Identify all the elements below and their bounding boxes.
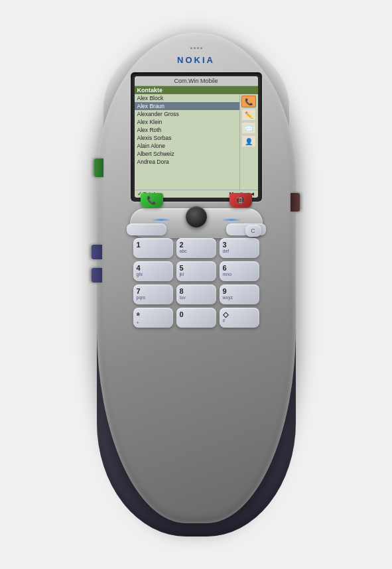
side-button-right[interactable] xyxy=(291,193,300,212)
key-2[interactable]: 2 abc xyxy=(176,238,216,258)
contact-item-selected[interactable]: Alex Braun xyxy=(135,102,239,110)
key-8[interactable]: 8 tuv xyxy=(176,284,216,304)
keypad: 1 2 abc 3 def 4 ghi 5 jkl 6 mno 7 pqrs 8 xyxy=(127,238,266,328)
email-icon-btn[interactable]: ✉️ xyxy=(241,122,256,134)
side-button-left-2[interactable] xyxy=(92,268,102,283)
key-1[interactable]: 1 xyxy=(133,238,173,258)
contact-item[interactable]: Albert Schweiz xyxy=(135,150,239,158)
nav-left-arrow xyxy=(151,219,171,221)
center-joystick[interactable] xyxy=(186,206,207,227)
key-0[interactable]: 0 xyxy=(176,308,216,328)
side-button-volume-up[interactable] xyxy=(94,158,103,177)
call-button-red[interactable]: 📵 xyxy=(229,193,252,208)
contact-item[interactable]: Alexander Gross xyxy=(135,110,239,118)
phone-screen: Com.Win Mobile Kontakte Alex Block Alex … xyxy=(135,76,258,198)
key-3[interactable]: 3 def xyxy=(220,238,259,258)
contact-item[interactable]: Alex Block xyxy=(135,94,239,102)
contact-item[interactable]: Alexis Sorbas xyxy=(135,134,239,142)
nav-right-arrow xyxy=(222,219,241,221)
end-call-icon: 📵 xyxy=(229,193,252,208)
contact-item[interactable]: Alain Alone xyxy=(135,142,239,150)
key-hash[interactable]: ◇ # xyxy=(220,308,259,328)
brand-logo: NOKIA xyxy=(177,55,215,65)
icons-panel: 📞 ✏️ ✉️ 👤 xyxy=(239,94,258,190)
call-button-green[interactable]: 📞 xyxy=(141,193,163,208)
screen-title: Com.Win Mobile xyxy=(135,76,258,86)
key-4[interactable]: 4 ghi xyxy=(133,261,173,281)
key-9[interactable]: 9 wxyz xyxy=(220,284,259,304)
screen-content: Com.Win Mobile Kontakte Alex Block Alex … xyxy=(135,76,258,198)
contact-item[interactable]: Alex Roth xyxy=(135,126,239,134)
contact-icon-btn[interactable]: 👤 xyxy=(241,135,256,147)
screen-header: Kontakte xyxy=(135,86,258,94)
call-icon-btn[interactable]: 📞 xyxy=(241,95,256,107)
key-6[interactable]: 6 mno xyxy=(220,261,259,281)
key-star[interactable]: * + xyxy=(133,308,173,328)
contact-item[interactable]: Alex Klein xyxy=(135,118,239,126)
call-icon: 📞 xyxy=(141,193,163,208)
clear-key[interactable]: C xyxy=(245,225,261,237)
key-5[interactable]: 5 jkl xyxy=(176,261,216,281)
sms-icon-btn[interactable]: ✏️ xyxy=(241,109,256,121)
key-7[interactable]: 7 pqrs xyxy=(133,284,173,304)
left-soft-key[interactable] xyxy=(127,223,166,235)
speaker-grill xyxy=(190,47,202,49)
screen-main-area: Alex Block Alex Braun Alexander Gross Al… xyxy=(135,94,258,190)
side-button-left-1[interactable] xyxy=(92,245,102,259)
phone-container: NOKIA Com.Win Mobile Kontakte Alex Block… xyxy=(84,26,309,543)
contacts-list: Alex Block Alex Braun Alexander Gross Al… xyxy=(135,94,239,190)
contact-item[interactable]: Andrea Dora xyxy=(135,158,239,166)
